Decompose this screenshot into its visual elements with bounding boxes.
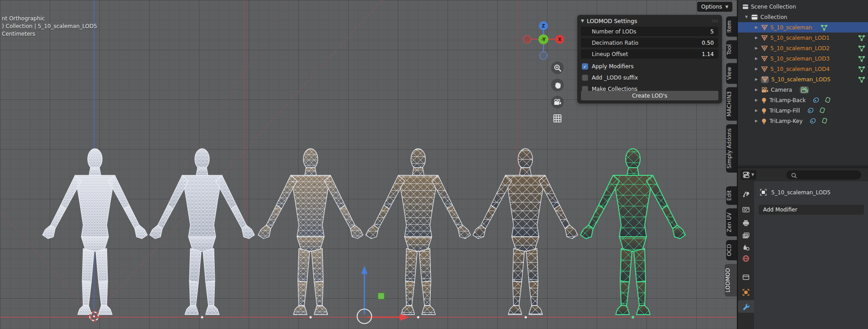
disclosure-closed-icon[interactable]: ▶ [754, 119, 759, 123]
disclosure-closed-icon[interactable]: ▶ [754, 46, 759, 50]
light-linking-icon[interactable] [825, 97, 831, 103]
disclosure-closed-icon[interactable]: ▶ [754, 56, 759, 61]
disclosure-closed-icon[interactable]: ▶ [754, 88, 759, 92]
tab-render-properties[interactable] [738, 203, 754, 216]
camera-object-icon [761, 87, 769, 93]
tab-tool-properties[interactable] [738, 188, 754, 200]
tab-simply-addons[interactable]: Simply Addons [726, 124, 738, 173]
light-object-icon [761, 118, 767, 124]
object-brackets-icon [742, 289, 750, 296]
add-lod0-suffix-checkbox[interactable] [582, 75, 588, 81]
light-data-icon[interactable] [809, 118, 816, 124]
outliner-row-collection[interactable]: ▼ Collection [738, 12, 868, 22]
editor-type-button[interactable]: ▼ [741, 170, 756, 180]
tab-object-properties[interactable] [738, 286, 754, 299]
number-of-lods-field[interactable]: Number of LODs 5 [581, 27, 718, 36]
light-object-icon [761, 108, 767, 114]
light-linking-icon[interactable] [819, 107, 826, 114]
tab-edit[interactable]: Edit [726, 186, 738, 205]
options-label: Options [701, 4, 722, 10]
light-linking-icon[interactable] [821, 118, 828, 124]
properties-tab-column [738, 181, 754, 329]
disclosure-closed-icon[interactable]: ▶ [754, 67, 759, 71]
outliner[interactable]: Scene Collection ▼ Collection ▶ 5_10_sca… [738, 0, 868, 165]
disclosure-closed-icon[interactable]: ▶ [754, 36, 759, 40]
disclosure-closed-icon[interactable]: ▶ [754, 77, 759, 81]
move-gizmo[interactable] [357, 266, 410, 324]
mesh-data-icon[interactable] [821, 24, 828, 31]
modifier-panel-body: 5_10_scaleman_LOD5 Add Modifier [754, 181, 868, 329]
properties-search-input[interactable] [786, 170, 861, 179]
figure-lod0[interactable] [42, 149, 147, 315]
navigation-gizmo[interactable]: Z X -Y [521, 17, 568, 64]
outliner-row-trilamp-fill[interactable]: ▶ TriLamp-Fill [738, 105, 868, 116]
world-icon [742, 255, 750, 262]
tab-modifier-properties[interactable] [738, 300, 754, 313]
light-data-icon[interactable] [812, 97, 820, 103]
tab-zen-uv[interactable]: Zen UV [726, 208, 738, 236]
mesh-data-icon[interactable] [858, 56, 865, 62]
disclosure-open-icon[interactable]: ▼ [744, 15, 749, 19]
tab-world-properties[interactable] [738, 252, 754, 265]
magnifier-plus-icon [554, 64, 561, 72]
zoom-button[interactable] [551, 61, 564, 74]
collapse-chevron-icon[interactable]: ▼ [581, 19, 584, 23]
grid-toggle-button[interactable] [551, 112, 564, 125]
outliner-row-scaleman-lod2[interactable]: ▶ 5_10_scaleman_LOD2 [738, 43, 868, 53]
disclosure-closed-icon[interactable]: ▶ [754, 25, 759, 29]
decimation-ratio-field[interactable]: Decimation Ratio 0.50 [581, 38, 718, 47]
figure-lod4[interactable] [473, 149, 578, 315]
light-data-icon[interactable] [807, 107, 814, 114]
outliner-row-scaleman-lod5[interactable]: ▶ 5_10_scaleman_LOD5 [738, 74, 868, 85]
chevron-down-icon: ▼ [751, 173, 754, 177]
lodmod-settings-panel: ▼ LODMOD Settings ∷∷ Number of LODs 5 De… [577, 15, 722, 103]
figure-lod5-selected[interactable] [580, 149, 685, 315]
tab-lodmod[interactable]: LODMOD [725, 264, 738, 296]
mesh-object-icon-active [761, 76, 769, 83]
disclosure-closed-icon[interactable]: ▶ [754, 98, 759, 102]
object-breadcrumb[interactable]: 5_10_scaleman_LOD5 [760, 188, 830, 196]
mesh-object-icon [761, 66, 768, 72]
camera-icon [553, 99, 561, 106]
neg-z-axis-ball[interactable] [540, 52, 547, 60]
tab-machin3[interactable]: MACHIN3 [726, 87, 738, 121]
outliner-row-scaleman[interactable]: ▶ 5_10_scaleman [738, 22, 868, 33]
outliner-row-scaleman-lod4[interactable]: ▶ 5_10_scaleman_LOD4 [738, 64, 868, 74]
create-lods-button[interactable]: Create LOD's [581, 91, 718, 100]
outliner-row-camera[interactable]: ▶ Camera [738, 85, 868, 95]
printer-icon [742, 220, 750, 226]
lineup-offset-field[interactable]: Lineup Offset 1.14 [581, 49, 718, 59]
tab-tool[interactable]: Tool [726, 40, 738, 59]
outliner-row-scaleman-lod3[interactable]: ▶ 5_10_scaleman_LOD3 [738, 53, 868, 64]
outliner-row-scaleman-lod1[interactable]: ▶ 5_10_scaleman_LOD1 [738, 33, 868, 43]
apply-modifiers-checkbox[interactable] [582, 63, 588, 70]
tab-scene-properties[interactable] [738, 241, 754, 254]
3d-viewport[interactable]: nt Orthographic ) Collection | 5_10_scal… [0, 0, 738, 329]
neg-x-axis-ball[interactable] [524, 36, 531, 43]
camera-data-icon[interactable] [800, 86, 809, 94]
mesh-data-icon[interactable] [858, 76, 865, 83]
options-button[interactable]: Options ▼ [697, 2, 732, 12]
mesh-data-icon[interactable] [858, 66, 865, 72]
mesh-data-icon[interactable] [858, 45, 865, 52]
add-modifier-button[interactable]: Add Modifier [759, 205, 864, 215]
drag-grip-icon[interactable]: ∷∷ [712, 19, 718, 24]
outliner-row-trilamp-back[interactable]: ▶ TriLamp-Back [738, 95, 868, 105]
disclosure-closed-icon[interactable]: ▶ [754, 108, 759, 113]
pan-button[interactable] [551, 79, 564, 91]
figure-lod3[interactable] [366, 149, 471, 315]
tab-view-layer-properties[interactable] [738, 229, 754, 242]
tab-collection-properties[interactable] [738, 271, 754, 283]
outliner-row-trilamp-key[interactable]: ▶ TriLamp-Key [738, 116, 868, 126]
figure-lod2[interactable] [258, 149, 363, 315]
outliner-row-scene-collection[interactable]: Scene Collection [738, 1, 868, 12]
svg-text:X: X [558, 37, 561, 42]
tab-ocd[interactable]: OCD [726, 240, 738, 260]
mesh-data-icon[interactable] [858, 35, 865, 41]
figure-lod1[interactable] [150, 149, 255, 315]
tab-view[interactable]: View [726, 63, 738, 84]
tab-item[interactable]: Item [726, 16, 738, 37]
camera-view-button[interactable] [551, 96, 564, 108]
tab-output-properties[interactable] [738, 216, 754, 229]
svg-text:Z: Z [542, 24, 545, 28]
